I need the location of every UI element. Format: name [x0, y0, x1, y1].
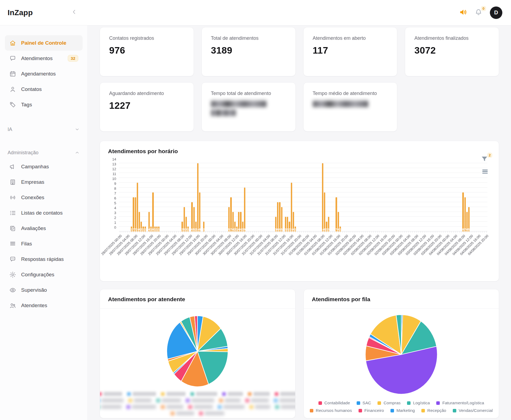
x-axis-tick [219, 231, 220, 233]
gear-icon [9, 271, 16, 278]
sidebar-item-filas[interactable]: Filas [5, 236, 83, 251]
bar: 9 [244, 188, 245, 231]
x-axis-tick [180, 231, 181, 233]
stats-grid: Contatos registrados976Total de atendime… [100, 27, 499, 132]
x-axis-tick [406, 231, 407, 233]
x-axis-tick [475, 231, 475, 233]
x-axis-tick [450, 231, 450, 233]
sidebar-sections: IAAdministraçãoCampanhasEmpresasConexões… [5, 123, 83, 313]
list-icon [9, 209, 16, 216]
bar: 2 [242, 222, 243, 231]
pie-card-atendente: Atendimentos por atendente [100, 289, 295, 418]
sidebar-item-label: Tags [21, 102, 32, 108]
bar-value-label: 1 [131, 228, 132, 231]
x-axis-tick [381, 231, 382, 233]
sidebar-item-empresas[interactable]: Empresas [5, 174, 83, 190]
sidebar-item-configuracoes[interactable]: Configurações [5, 267, 83, 282]
x-axis-tick [354, 231, 354, 233]
bar: 1 [187, 227, 189, 231]
sidebar-item-label: Supervisão [21, 287, 47, 293]
bar-value-label: 1 [295, 228, 296, 231]
x-axis-tick [455, 231, 455, 233]
bar: 1 [340, 227, 341, 231]
x-axis-tick [434, 231, 434, 233]
legend-label: Recursos humanos [316, 408, 352, 413]
sidebar-item-label: Respostas rápidas [21, 256, 64, 262]
x-axis-tick [182, 231, 183, 233]
notifications-button[interactable]: 0 [475, 8, 482, 17]
x-axis-tick [457, 231, 457, 233]
x-axis-tick [356, 231, 356, 233]
sidebar-item-label: Painel de Controle [21, 40, 66, 46]
gridline [119, 178, 487, 178]
x-axis-tick [379, 231, 379, 233]
sidebar-item-respostas-rapidas[interactable]: Respostas rápidas [5, 251, 83, 267]
user-avatar[interactable]: D [490, 6, 502, 19]
x-axis-tick [309, 231, 309, 233]
x-axis-tick [280, 231, 280, 233]
bar-value-label: 1 [150, 228, 152, 231]
stat-card-aguardando-atendimento: Aguardando atendimento1227 [100, 82, 194, 132]
x-axis-tick [327, 231, 327, 233]
x-axis-tick [459, 231, 460, 233]
legend-color-chip [407, 401, 411, 405]
x-axis-tick [440, 231, 440, 233]
x-axis-tick [256, 231, 257, 233]
sound-toggle-button[interactable] [459, 8, 467, 17]
sidebar-item-campanhas[interactable]: Campanhas [5, 159, 83, 174]
legend-color-chip [436, 401, 440, 405]
x-axis-tick [122, 231, 122, 233]
sidebar-item-avaliacoes[interactable]: Avaliações [5, 221, 83, 236]
sidebar-item-painel-de-controle[interactable]: Painel de Controle [5, 35, 83, 51]
sidebar-item-supervisao[interactable]: Supervisão [5, 282, 83, 298]
x-axis-tick [278, 231, 278, 233]
x-axis-tick [319, 231, 319, 233]
sidebar-item-contatos[interactable]: Contatos [5, 81, 83, 97]
x-axis-tick [484, 231, 485, 233]
sidebar-section-ia[interactable]: IA [5, 123, 83, 136]
legend-label: Marketing [396, 408, 415, 413]
sidebar-collapse-button[interactable] [71, 9, 77, 16]
x-axis-tick [348, 231, 348, 233]
x-axis-tick [239, 231, 239, 233]
bar-value-label: 5 [281, 228, 282, 231]
header-actions: 0 D [459, 6, 502, 19]
sidebar-item-atendimentos[interactable]: Atendimentos32 [5, 51, 83, 66]
gridline [119, 182, 487, 183]
x-axis-tick [176, 231, 177, 233]
sidebar-section-administracao[interactable]: Administração [5, 146, 83, 159]
bar: 4 [240, 212, 241, 231]
bar-value-label: 1 [236, 228, 238, 231]
chevron-up-icon [74, 150, 80, 155]
bar: 1 [158, 227, 160, 231]
bar-value-label: 4 [337, 228, 339, 231]
clipboard-check-icon [9, 225, 16, 232]
x-axis-tick [451, 231, 452, 233]
signal-icon [9, 194, 16, 201]
bar: 1 [156, 227, 158, 231]
sidebar-item-tags[interactable]: Tags [5, 97, 83, 112]
sidebar-item-listas-de-contatos[interactable]: Listas de contatos [5, 205, 83, 221]
x-axis-tick [428, 231, 428, 233]
pie-card-fila: Atendimentos por fila ContabilidadeSACCo… [304, 289, 499, 418]
sidebar-item-agendamentos[interactable]: Agendamentos [5, 66, 83, 81]
chevron-left-icon [71, 9, 77, 15]
y-axis-tick-label: 3 [107, 211, 116, 215]
x-axis-tick [393, 231, 393, 233]
x-axis-tick [235, 231, 235, 233]
sidebar-item-atendentes[interactable]: Atendentes [5, 298, 83, 313]
gridline [119, 197, 487, 197]
bar-value-label: 7 [464, 228, 466, 231]
x-axis-tick [172, 231, 173, 233]
gridline [119, 168, 487, 168]
x-axis-tick [227, 231, 227, 233]
sidebar-item-conexoes[interactable]: Conexões [5, 190, 83, 205]
x-axis-tick [328, 231, 329, 233]
stat-label: Contatos registrados [109, 35, 184, 41]
sidebar-item-label: Conexões [21, 195, 44, 201]
blurred-legend-row [100, 405, 295, 409]
x-axis-tick [289, 231, 290, 233]
x-axis-tick [196, 231, 196, 233]
x-axis-tick [291, 231, 292, 233]
x-axis-tick [282, 231, 282, 233]
